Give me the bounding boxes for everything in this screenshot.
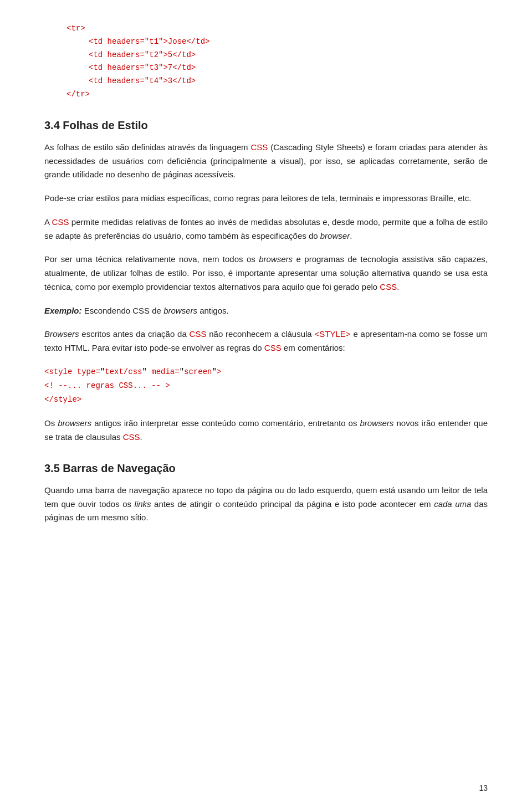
section-34-para1: As folhas de estilo são definidas atravé… xyxy=(44,141,488,182)
section-34-para4: Por ser uma técnica relativamente nova, … xyxy=(44,253,488,294)
code-snippet-line-3: </style> xyxy=(44,393,488,407)
code-line-3: <td headers="t2">5</td> xyxy=(66,49,488,62)
section-34-para5: Browsers escritos antes da criação da CS… xyxy=(44,327,488,355)
section-35-num: 3.5 Barras de Navegação xyxy=(44,462,176,474)
code-block-top: <tr> <td headers="t1">Jose</td> <td head… xyxy=(44,22,488,101)
section-35-para1: Quando uma barra de navegação aparece no… xyxy=(44,484,488,525)
code-line-5: <td headers="t4">3</td> xyxy=(66,75,488,88)
section-34-para6: Os browsers antigos irão interpretar ess… xyxy=(44,417,488,444)
code-line-2: <td headers="t1">Jose</td> xyxy=(66,35,488,49)
page: <tr> <td headers="t1">Jose</td> <td head… xyxy=(0,0,532,809)
css-keyword-4: CSS xyxy=(132,306,150,315)
code-snippet-style: <style type="text/css" media="screen"> <… xyxy=(44,365,488,407)
css-keyword-5: CSS xyxy=(190,329,207,339)
css-keyword-1: CSS xyxy=(251,142,268,152)
page-number: 13 xyxy=(479,784,488,792)
example-label: Exemplo: Escondendo CSS de browsers anti… xyxy=(44,304,488,318)
section-35-heading: 3.5 Barras de Navegação xyxy=(44,462,488,475)
css-keyword-2: CSS xyxy=(52,217,69,227)
css-keyword-3: CSS xyxy=(380,282,397,291)
code-line-4: <td headers="t3">7</td> xyxy=(66,62,488,75)
section-34: 3.4 Folhas de Estilo As folhas de estilo… xyxy=(44,119,488,444)
css-keyword-6: CSS xyxy=(264,343,282,352)
section-34-para2: Pode-se criar estilos para midias especí… xyxy=(44,192,488,206)
section-35: 3.5 Barras de Navegação Quando uma barra… xyxy=(44,462,488,525)
code-line-6: </tr> xyxy=(66,88,488,101)
code-snippet-line-1: <style type="text/css" media="screen"> xyxy=(44,365,488,379)
section-34-num: 3.4 Folhas de Estilo xyxy=(44,119,148,131)
section-34-para3: A CSS permite medidas relativas de fonte… xyxy=(44,216,488,243)
css-keyword-7: CSS xyxy=(123,432,140,442)
code-line-1: <tr> xyxy=(66,22,488,35)
section-34-heading: 3.4 Folhas de Estilo xyxy=(44,119,488,132)
css-keyword-style: <STYLE> xyxy=(315,329,351,339)
code-snippet-line-2: <! --... regras CSS... -- > xyxy=(44,379,488,393)
